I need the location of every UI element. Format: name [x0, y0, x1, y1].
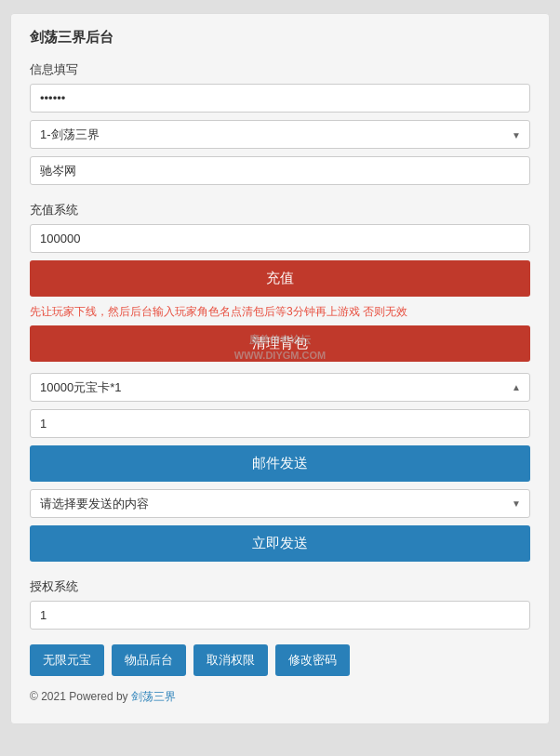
content-select[interactable]: 请选择要发送的内容	[30, 489, 530, 518]
change-password-btn[interactable]: 修改密码	[275, 644, 350, 676]
page-title: 剑荡三界后台	[30, 29, 530, 46]
content-select-wrapper: 请选择要发送的内容 ▼	[30, 489, 530, 518]
send-now-button[interactable]: 立即发送	[30, 525, 530, 562]
password-input[interactable]	[30, 84, 530, 113]
recharge-section-label: 充值系统	[30, 202, 530, 219]
server-select[interactable]: 1-剑荡三界	[30, 120, 530, 149]
main-card: 剑荡三界后台 信息填写 1-剑荡三界 ▼ 充值系统 充值 先让玩家下线，然后后台…	[10, 13, 550, 724]
recharge-button[interactable]: 充值	[30, 260, 530, 297]
info-section-label: 信息填写	[30, 61, 530, 78]
footer-link[interactable]: 剑荡三界	[131, 690, 176, 703]
server-select-wrapper: 1-剑荡三界 ▼	[30, 120, 530, 149]
auth-section-label: 授权系统	[30, 578, 530, 595]
items-btn[interactable]: 物品后台	[112, 644, 186, 676]
unlimited-btn[interactable]: 无限元宝	[30, 644, 104, 676]
clear-bag-section: 清理背包 魔兽传奇论坛 WWW.DIYGM.COM	[30, 325, 530, 369]
auth-input[interactable]	[30, 601, 530, 630]
footer: © 2021 Powered by 剑荡三界	[30, 689, 530, 705]
footer-text: © 2021 Powered by	[30, 690, 128, 703]
item-select[interactable]: 10000元宝卡*1	[30, 373, 530, 402]
recharge-amount-input[interactable]	[30, 224, 530, 253]
action-buttons-row: 无限元宝 物品后台 取消权限 修改密码	[30, 644, 530, 676]
warning-text: 先让玩家下线，然后后台输入玩家角色名点清包后等3分钟再上游戏 否则无效	[30, 304, 530, 320]
quantity-input[interactable]	[30, 409, 530, 438]
clear-bag-button[interactable]: 清理背包	[30, 325, 530, 362]
player-name-input[interactable]	[30, 156, 530, 185]
cancel-auth-btn[interactable]: 取消权限	[193, 644, 268, 676]
item-select-wrapper: 10000元宝卡*1 ▲	[30, 373, 530, 402]
mail-send-button[interactable]: 邮件发送	[30, 445, 530, 482]
